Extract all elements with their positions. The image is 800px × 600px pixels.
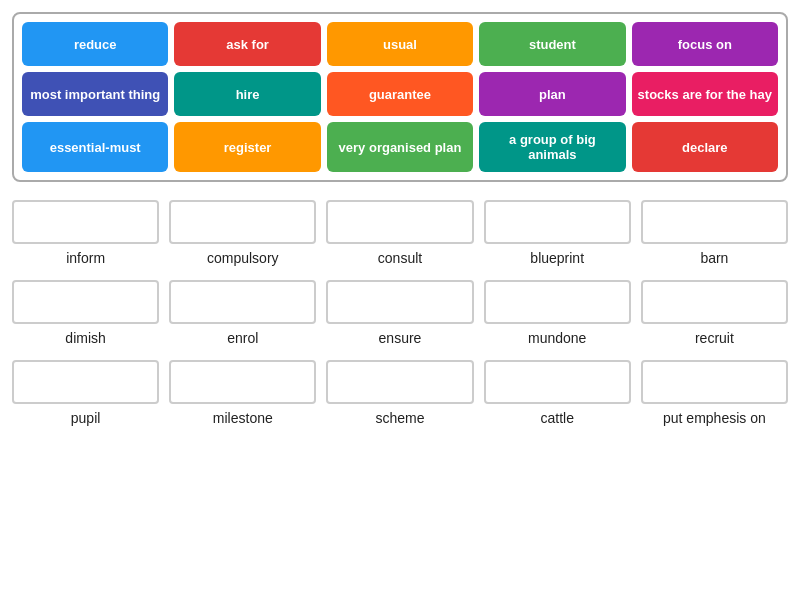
tile-t5[interactable]: focus on xyxy=(632,22,778,66)
tile-t12[interactable]: register xyxy=(174,122,320,172)
tile-t6[interactable]: most important thing xyxy=(22,72,168,116)
drop-box-0-2[interactable] xyxy=(326,200,473,244)
drop-box-1-1[interactable] xyxy=(169,280,316,324)
drop-box-1-3[interactable] xyxy=(484,280,631,324)
tiles-container: reduceask forusualstudentfocus onmost im… xyxy=(12,12,788,182)
label-0-2: consult xyxy=(326,250,473,266)
drop-box-0-1[interactable] xyxy=(169,200,316,244)
label-2-3: cattle xyxy=(484,410,631,426)
tile-t14[interactable]: a group of big animals xyxy=(479,122,625,172)
tile-t2[interactable]: ask for xyxy=(174,22,320,66)
tile-t3[interactable]: usual xyxy=(327,22,473,66)
label-0-0: inform xyxy=(12,250,159,266)
label-1-2: ensure xyxy=(326,330,473,346)
drop-row-1 xyxy=(12,280,788,324)
tile-t15[interactable]: declare xyxy=(632,122,778,172)
label-1-0: dimish xyxy=(12,330,159,346)
label-0-1: compulsory xyxy=(169,250,316,266)
drop-row-0 xyxy=(12,200,788,244)
drop-box-2-2[interactable] xyxy=(326,360,473,404)
label-2-2: scheme xyxy=(326,410,473,426)
tile-t1[interactable]: reduce xyxy=(22,22,168,66)
drop-row-2 xyxy=(12,360,788,404)
tile-t10[interactable]: stocks are for the hay xyxy=(632,72,778,116)
drop-box-0-0[interactable] xyxy=(12,200,159,244)
label-2-1: milestone xyxy=(169,410,316,426)
tile-t4[interactable]: student xyxy=(479,22,625,66)
tile-t8[interactable]: guarantee xyxy=(327,72,473,116)
drop-box-0-3[interactable] xyxy=(484,200,631,244)
drop-box-2-4[interactable] xyxy=(641,360,788,404)
drop-box-1-4[interactable] xyxy=(641,280,788,324)
drop-box-1-2[interactable] xyxy=(326,280,473,324)
tile-t11[interactable]: essential-must xyxy=(22,122,168,172)
drop-rows-container: informcompulsoryconsultblueprintbarndimi… xyxy=(12,200,788,426)
label-0-3: blueprint xyxy=(484,250,631,266)
label-1-1: enrol xyxy=(169,330,316,346)
drop-box-1-0[interactable] xyxy=(12,280,159,324)
label-2-0: pupil xyxy=(12,410,159,426)
label-row-2: pupilmilestoneschemecattleput emphesis o… xyxy=(12,410,788,426)
label-1-4: recruit xyxy=(641,330,788,346)
label-row-1: dimishenrolensuremundonerecruit xyxy=(12,330,788,346)
tile-t13[interactable]: very organised plan xyxy=(327,122,473,172)
label-row-0: informcompulsoryconsultblueprintbarn xyxy=(12,250,788,266)
tile-t7[interactable]: hire xyxy=(174,72,320,116)
drop-box-0-4[interactable] xyxy=(641,200,788,244)
label-1-3: mundone xyxy=(484,330,631,346)
label-2-4: put emphesis on xyxy=(641,410,788,426)
drop-box-2-0[interactable] xyxy=(12,360,159,404)
drop-box-2-3[interactable] xyxy=(484,360,631,404)
tile-t9[interactable]: plan xyxy=(479,72,625,116)
drop-box-2-1[interactable] xyxy=(169,360,316,404)
label-0-4: barn xyxy=(641,250,788,266)
